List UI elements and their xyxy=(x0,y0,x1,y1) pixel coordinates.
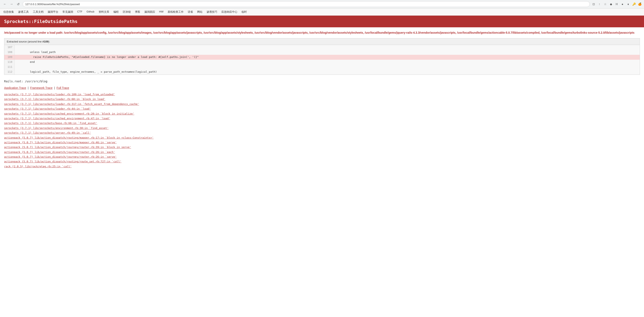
source-header-text: Extracted source (around line xyxy=(7,40,42,43)
extension-icon1[interactable]: ◆ xyxy=(609,2,613,6)
trace-item-1[interactable]: sprockets (3.7.1) lib/sprockets/loader.r… xyxy=(4,97,640,102)
line-content-108: unless load_path xyxy=(14,50,58,55)
extension-icon2[interactable]: H xyxy=(614,2,619,6)
nav-item-渗透工具[interactable]: 渗透工具 xyxy=(18,10,29,14)
nav-item-信息收集[interactable]: 信息收集 xyxy=(3,10,14,14)
trace-links: Application Trace | Framework Trace | Fu… xyxy=(0,86,644,91)
nav-item-漏洞跟踪[interactable]: 漏洞跟踪 xyxy=(144,10,155,14)
extension-icon4[interactable]: ♦ xyxy=(626,2,630,6)
nav-item-语雀[interactable]: 语雀 xyxy=(188,10,193,14)
refresh-button[interactable]: ↺ xyxy=(15,1,21,7)
code-line-107: 107 xyxy=(4,45,640,50)
trace-item-6[interactable]: sprockets (3.7.1) lib/sprockets/base.rb:… xyxy=(4,121,640,126)
code-line-112: 112 logical_path, file_type, engine_extn… xyxy=(4,70,640,74)
code-line-109: 109 raise FileOutsidePaths, "#{unloaded.… xyxy=(4,55,640,60)
trace-item-14[interactable]: actionpack (5.0.7) lib/action_dispatch/r… xyxy=(4,159,640,164)
source-line-number: #109 xyxy=(42,40,48,43)
nav-item-资料文库[interactable]: 资料文库 xyxy=(98,10,109,14)
source-header-suffix: ): xyxy=(48,40,50,43)
rails-root: Rails.root: /usr/src/blog xyxy=(0,78,644,86)
trace-sep-2: | xyxy=(54,86,55,90)
line-number-111: 111 xyxy=(4,65,14,70)
application-trace-link[interactable]: Application Trace xyxy=(4,86,26,90)
rails-root-label: Rails.root: xyxy=(4,80,23,83)
main-content: Sprockets::FileOutsidePaths /etc/passwd … xyxy=(0,16,644,170)
nav-item-区块链[interactable]: 区块链 xyxy=(123,10,131,14)
error-title: Sprockets::FileOutsidePaths xyxy=(4,19,640,24)
trace-item-12[interactable]: actionpack (5.0.7) lib/action_dispatch/j… xyxy=(4,150,640,154)
line-content-111 xyxy=(14,65,20,70)
nav-bar: 信息收集渗透工具工具文档漏洞平台常见漏洞CTFGithub资料文库编程区块链博客… xyxy=(0,8,644,16)
full-trace-link[interactable]: Full Trace xyxy=(56,86,69,90)
code-line-110: 110 end xyxy=(4,60,640,65)
line-content-107 xyxy=(14,45,20,50)
error-message: /etc/passwd is no longer under a load pa… xyxy=(0,27,644,38)
line-number-108: 108 xyxy=(4,50,14,55)
trace-item-0[interactable]: sprockets (3.7.1) lib/sprockets/loader.r… xyxy=(4,92,640,97)
nav-item-博客[interactable]: 博客 xyxy=(135,10,140,14)
share-icon[interactable]: ↑ xyxy=(597,2,602,6)
trace-item-10[interactable]: actionpack (5.0.7) lib/action_dispatch/r… xyxy=(4,140,640,145)
bookmark-icon[interactable]: ☆ xyxy=(603,2,608,6)
nav-item-工具文档[interactable]: 工具文档 xyxy=(33,10,44,14)
trace-item-2[interactable]: sprockets (3.7.1) lib/sprockets/loader.r… xyxy=(4,102,640,106)
trace-item-11[interactable]: actionpack (5.0.7) lib/action_dispatch/j… xyxy=(4,145,640,150)
trace-item-5[interactable]: sprockets (3.7.1) lib/sprockets/cached_e… xyxy=(4,116,640,121)
nav-item-应急响应中心[interactable]: 应急响应中心 xyxy=(222,10,238,14)
source-code: 107108 unless load_path109 raise FileOut… xyxy=(4,45,640,74)
trace-sep-1: | xyxy=(28,86,28,90)
extension-icon3[interactable]: ● xyxy=(620,2,625,6)
nav-item-编程[interactable]: 编程 xyxy=(113,10,119,14)
nav-item-基线检查工作[interactable]: 基线检查工作 xyxy=(168,10,184,14)
extension-icon6[interactable]: 🍊 xyxy=(638,2,642,6)
screenshot-icon[interactable]: ⊡ xyxy=(592,2,596,6)
forward-button[interactable]: → xyxy=(8,1,14,7)
nav-item-Github[interactable]: Github xyxy=(86,10,94,14)
line-number-112: 112 xyxy=(4,70,14,74)
line-number-107: 107 xyxy=(4,45,14,50)
back-button[interactable]: ← xyxy=(2,1,8,7)
nav-item-网站[interactable]: 网站 xyxy=(197,10,202,14)
rails-root-path: /usr/src/blog xyxy=(23,80,48,83)
nav-item-漏洞平台[interactable]: 漏洞平台 xyxy=(48,10,58,14)
address-bar[interactable]: 127.0.0.1:3000/assets/file:%2f%2f/etc/pa… xyxy=(22,1,590,7)
trace-item-9[interactable]: actionpack (5.0.7) lib/action_dispatch/r… xyxy=(4,135,640,140)
nav-buttons: ← → ↺ xyxy=(2,1,21,7)
stack-trace: sprockets (3.7.1) lib/sprockets/loader.r… xyxy=(0,91,644,170)
error-header: Sprockets::FileOutsidePaths xyxy=(0,16,644,27)
trace-item-8[interactable]: sprockets (3.7.1) lib/sprockets/server.r… xyxy=(4,130,640,135)
line-content-112: logical_path, file_type, engine_extnames… xyxy=(14,70,159,74)
line-number-109: 109 xyxy=(4,55,14,60)
trace-item-4[interactable]: sprockets (3.7.1) lib/sprockets/cached_e… xyxy=(4,111,640,116)
extension-icon5[interactable]: 🔑 xyxy=(632,2,636,6)
line-content-109: raise FileOutsidePaths, "#{unloaded.file… xyxy=(14,55,201,60)
source-header: Extracted source (around line #109): xyxy=(4,38,640,45)
line-number-110: 110 xyxy=(4,60,14,65)
trace-item-13[interactable]: actionpack (5.0.7) lib/action_dispatch/j… xyxy=(4,154,640,159)
trace-item-7[interactable]: sprockets (3.7.1) lib/sprockets/environm… xyxy=(4,126,640,130)
trace-item-15[interactable]: rack (2.0.5) lib/rack/etag.rb:25:in `cal… xyxy=(4,164,640,169)
browser-chrome: ← → ↺ 127.0.0.1:3000/assets/file:%2f%2f/… xyxy=(0,0,644,8)
source-box: Extracted source (around line #109): 107… xyxy=(4,38,640,75)
nav-item-临时[interactable]: 临时 xyxy=(242,10,247,14)
nav-item-CTF[interactable]: CTF xyxy=(77,10,82,14)
browser-icons: ⊡ ↑ ☆ ◆ H ● ♦ 🔑 🍊 xyxy=(592,2,642,6)
nav-item-HW[interactable]: HW xyxy=(159,10,164,14)
line-content-110: end xyxy=(14,60,37,65)
code-line-111: 111 xyxy=(4,65,640,70)
trace-item-3[interactable]: sprockets (3.7.1) lib/sprockets/loader.r… xyxy=(4,106,640,111)
code-line-108: 108 unless load_path xyxy=(4,50,640,55)
nav-item-常见漏洞[interactable]: 常见漏洞 xyxy=(62,10,73,14)
framework-trace-link[interactable]: Framework Trace xyxy=(30,86,52,90)
address-text: 127.0.0.1:3000/assets/file:%2f%2f/etc/pa… xyxy=(25,3,80,6)
nav-item-渗透技巧[interactable]: 渗透技巧 xyxy=(206,10,217,14)
